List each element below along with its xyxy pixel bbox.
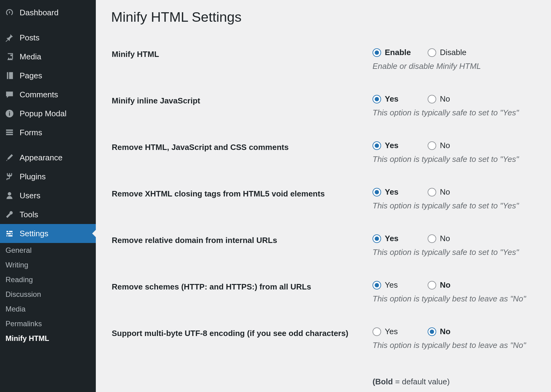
radio-label: Yes	[385, 280, 398, 290]
radio-option-yes[interactable]: Yes	[373, 94, 428, 104]
radio-option-no[interactable]: No	[428, 327, 483, 336]
radio-input[interactable]	[373, 188, 381, 196]
info-icon	[4, 108, 15, 119]
setting-controls: YesNoThis option is typically best to le…	[373, 319, 535, 365]
sidebar-subitem-discussion[interactable]: Discussion	[0, 287, 96, 302]
setting-description: Enable or disable Minify HTML	[373, 62, 535, 71]
sidebar-item-popup-modal[interactable]: Popup Modal	[0, 104, 96, 123]
sidebar-subitem-minify-html[interactable]: Minify HTML	[0, 331, 96, 346]
radio-label: No	[440, 141, 450, 150]
dashboard-icon	[4, 7, 15, 18]
setting-controls: YesNoThis option is typically best to le…	[373, 273, 535, 319]
setting-label: Support multi-byte UTF-8 encoding (if yo…	[112, 319, 372, 365]
radio-label: No	[440, 187, 450, 197]
radio-input[interactable]	[373, 234, 381, 243]
comment-icon	[4, 89, 15, 100]
setting-label: Remove XHTML closing tags from HTML5 voi…	[112, 180, 372, 226]
sidebar-item-label: Comments	[20, 90, 58, 99]
radio-option-yes[interactable]: Yes	[373, 187, 428, 197]
sidebar-item-settings[interactable]: Settings	[0, 224, 96, 243]
setting-description: This option is typically safe to set to …	[373, 155, 535, 164]
radio-input[interactable]	[428, 281, 436, 289]
radio-input[interactable]	[373, 48, 381, 57]
sidebar-item-label: Users	[20, 191, 40, 200]
radio-input[interactable]	[373, 141, 381, 150]
radio-option-yes[interactable]: Yes	[373, 280, 428, 290]
sliders-icon	[4, 228, 15, 239]
radio-option-yes[interactable]: Yes	[373, 234, 428, 243]
radio-label: No	[440, 94, 450, 104]
radio-label: Yes	[385, 187, 399, 197]
radio-input[interactable]	[428, 141, 436, 150]
setting-controls: EnableDisableEnable or disable Minify HT…	[373, 40, 535, 86]
user-icon	[4, 190, 15, 201]
radio-option-yes[interactable]: Yes	[373, 141, 428, 150]
sidebar-subitem-general[interactable]: General	[0, 243, 96, 258]
radio-input[interactable]	[428, 48, 436, 57]
wrench-icon	[4, 209, 15, 220]
setting-row: Remove HTML, JavaScript and CSS comments…	[112, 133, 535, 179]
footer-note: (Bold = default value)	[373, 373, 535, 386]
setting-description: This option is typically safe to set to …	[373, 248, 535, 257]
sidebar-subitem-media[interactable]: Media	[0, 302, 96, 316]
sidebar-item-label: Popup Modal	[20, 109, 66, 118]
radio-input[interactable]	[428, 188, 436, 196]
setting-description: This option is typically safe to set to …	[373, 201, 535, 211]
sidebar-item-pages[interactable]: Pages	[0, 66, 96, 85]
radio-option-enable[interactable]: Enable	[373, 48, 428, 57]
setting-controls: YesNoThis option is typically safe to se…	[373, 180, 535, 226]
pin-icon	[4, 32, 15, 43]
radio-option-yes[interactable]: Yes	[373, 327, 428, 336]
admin-sidebar: DashboardPostsMediaPagesCommentsPopup Mo…	[0, 0, 96, 392]
sidebar-item-tools[interactable]: Tools	[0, 205, 96, 224]
setting-label: Remove schemes (HTTP: and HTTPS:) from a…	[112, 273, 372, 319]
radio-input[interactable]	[428, 327, 436, 336]
setting-label: Minify HTML	[112, 40, 372, 86]
sidebar-item-label: Settings	[20, 229, 48, 238]
radio-input[interactable]	[373, 327, 381, 336]
setting-label: Remove HTML, JavaScript and CSS comments	[112, 133, 372, 179]
radio-option-no[interactable]: No	[428, 141, 483, 150]
sidebar-item-media[interactable]: Media	[0, 47, 96, 66]
setting-row: Remove schemes (HTTP: and HTTPS:) from a…	[112, 273, 535, 319]
radio-label: Yes	[385, 94, 399, 104]
radio-label: Yes	[385, 141, 399, 150]
setting-label: Minify inline JavaScript	[112, 87, 372, 133]
radio-label: No	[440, 234, 450, 243]
sidebar-item-comments[interactable]: Comments	[0, 85, 96, 104]
sidebar-item-plugins[interactable]: Plugins	[0, 167, 96, 186]
page-icon	[4, 70, 15, 81]
setting-row: Remove relative domain from internal URL…	[112, 226, 535, 272]
radio-option-no[interactable]: No	[428, 280, 483, 290]
radio-input[interactable]	[373, 281, 381, 289]
setting-row: Minify inline JavaScriptYesNoThis option…	[112, 87, 535, 133]
sidebar-subitem-permalinks[interactable]: Permalinks	[0, 316, 96, 331]
sidebar-item-forms[interactable]: Forms	[0, 123, 96, 142]
brush-icon	[4, 152, 15, 163]
sidebar-item-label: Media	[20, 52, 41, 62]
sidebar-subitem-reading[interactable]: Reading	[0, 272, 96, 287]
setting-row: Minify HTMLEnableDisableEnable or disabl…	[112, 40, 535, 86]
sidebar-item-label: Plugins	[20, 172, 46, 181]
page-title: Minify HTML Settings	[111, 9, 536, 25]
settings-form-table: Minify HTMLEnableDisableEnable or disabl…	[111, 40, 536, 392]
sidebar-item-label: Posts	[20, 33, 39, 43]
radio-input[interactable]	[373, 95, 381, 103]
svg-rect-2	[9, 111, 10, 112]
radio-option-disable[interactable]: Disable	[428, 48, 483, 57]
sidebar-item-users[interactable]: Users	[0, 186, 96, 205]
radio-label: Enable	[385, 48, 411, 57]
radio-input[interactable]	[428, 234, 436, 243]
radio-option-no[interactable]: No	[428, 187, 483, 197]
radio-option-no[interactable]: No	[428, 234, 483, 243]
form-icon	[4, 127, 15, 138]
sidebar-item-posts[interactable]: Posts	[0, 28, 96, 47]
radio-option-no[interactable]: No	[428, 94, 483, 104]
setting-description: This option is typically best to leave a…	[373, 294, 535, 304]
media-icon	[4, 51, 15, 62]
sidebar-item-appearance[interactable]: Appearance	[0, 148, 96, 167]
sidebar-item-dashboard[interactable]: Dashboard	[0, 3, 96, 22]
plug-icon	[4, 171, 15, 182]
sidebar-subitem-writing[interactable]: Writing	[0, 258, 96, 272]
radio-input[interactable]	[428, 95, 436, 103]
